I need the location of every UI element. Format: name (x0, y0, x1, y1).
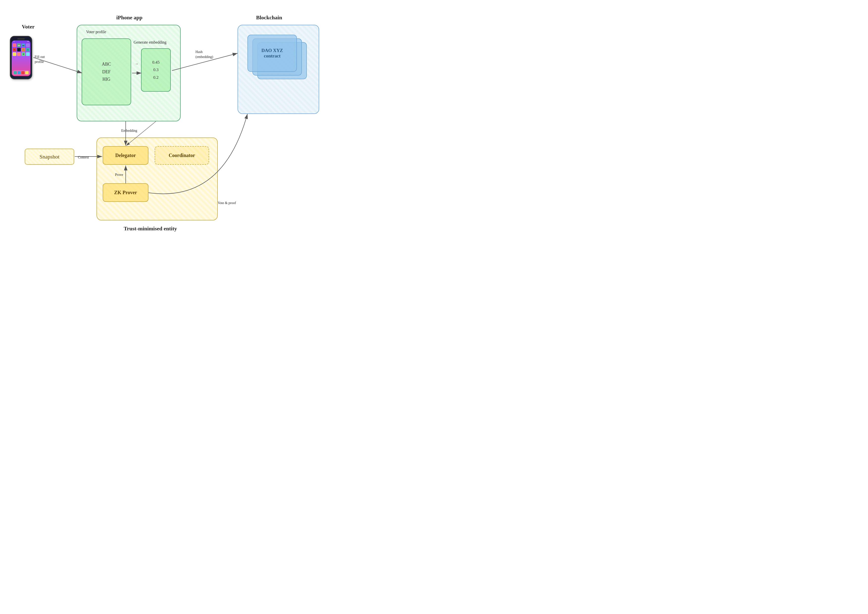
coordinator-label: Coordinator (169, 152, 195, 158)
phone-status-bar: 9:41●●● (12, 40, 31, 43)
app-icon-8: A (26, 48, 30, 51)
snapshot-box: Snapshot (25, 149, 74, 165)
phone-notch (17, 38, 25, 40)
dao-card-main: DAO XYZcontract (248, 35, 297, 72)
delegator-label: Delegator (115, 152, 136, 158)
dock-icon-4 (25, 71, 28, 74)
app-icon-3: 📷 (22, 44, 25, 47)
iphone-app-title: iPhone app (116, 14, 143, 21)
app-icon-1 (12, 44, 16, 47)
voter-profile-label: Voter profile (86, 30, 106, 34)
embedding-values: 0.45 0.3 0.2 (152, 59, 160, 81)
dock-icon-1 (14, 71, 17, 74)
app-icon-4 (26, 44, 30, 47)
app-icon-7: 🎵 (22, 48, 25, 51)
voter-profile-box: ABC DEF HIG (82, 38, 131, 105)
embedding-box: 0.45 0.3 0.2 (141, 48, 171, 92)
app-icon-9 (12, 52, 16, 56)
dock-icon-3 (21, 71, 25, 74)
embed-val-3: 0.2 (152, 74, 160, 81)
embed-val-1: 0.45 (152, 59, 160, 66)
app-icon-12 (26, 52, 30, 56)
snapshot-label: Snapshot (40, 154, 60, 160)
app-icon-5: N (12, 48, 16, 51)
dao-contract-label: DAO XYZcontract (261, 48, 283, 59)
embedding-label: Embedding (121, 129, 137, 133)
profile-hig: HIG (102, 76, 111, 83)
dock-icon-2 (17, 71, 21, 74)
app-icon-2: 📅 (17, 44, 21, 47)
fill-out-profile-label: Fill outprofile (35, 54, 45, 64)
generate-embedding-label: Generate embedding (133, 40, 166, 45)
phone: 9:41●●● 📅 📷 N ▶ 🎵 A ⚙ (10, 36, 32, 79)
arrow-label-right: → (135, 62, 138, 66)
coordinator-box: Coordinator (155, 146, 209, 165)
delegator-box: Delegator (103, 146, 149, 165)
blockchain-title: Blockchain (256, 14, 282, 21)
phone-screen: 9:41●●● 📅 📷 N ▶ 🎵 A ⚙ (12, 40, 31, 76)
app-icon-11: ⚙ (22, 52, 25, 56)
hash-embedding-label: Hash(embedding) (195, 50, 213, 59)
phone-icons-grid: 📅 📷 N ▶ 🎵 A ⚙ (12, 43, 31, 57)
phone-dock (12, 70, 29, 75)
app-icon-10 (17, 52, 21, 56)
profile-abc: ABC (102, 61, 111, 68)
zkprover-label: ZK Prover (114, 190, 137, 196)
app-icon-6: ▶ (17, 48, 21, 51)
profile-values: ABC DEF HIG (102, 61, 111, 83)
phone-container: 9:41●●● 📅 📷 N ▶ 🎵 A ⚙ (10, 36, 32, 79)
zkprover-box: ZK Prover (103, 183, 149, 202)
voter-title: Voter (22, 23, 35, 30)
context-label: Context (78, 155, 89, 160)
trust-entity-title: Trust-minimised entity (124, 225, 177, 232)
prove-label: Prove (115, 173, 123, 177)
vote-proof-label: Vote & proof (218, 201, 236, 205)
diagram: Voter iPhone app Blockchain Trust-minimi… (0, 0, 346, 245)
profile-def: DEF (102, 68, 111, 76)
embed-val-2: 0.3 (152, 66, 160, 74)
